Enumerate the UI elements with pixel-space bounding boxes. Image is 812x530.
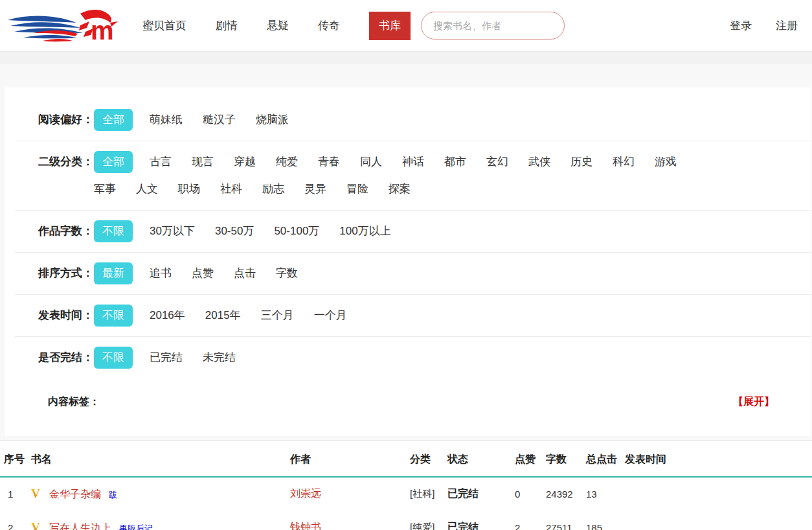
filter-option[interactable]: 30万以下 [150,220,195,242]
col-header-likes: 点赞 [515,443,546,477]
filter-option[interactable]: 古言 [150,151,172,173]
filter-option[interactable]: 2015年 [205,305,241,327]
book-title-link[interactable]: 写在人生边上 [49,522,111,530]
filter-options: 不限 2016年 2015年 三个月 一个月 [94,305,802,327]
book-title-cell: V 金华子杂编 跋 [31,477,290,511]
filter-option[interactable]: 冒险 [346,178,368,200]
filter-row-sort: 排序方式： 最新 追书 点赞 点击 字数 [15,253,811,295]
filter-option[interactable]: 三个月 [261,305,294,327]
book-status: 已完结 [447,511,515,530]
search-input[interactable] [421,12,565,40]
filter-option[interactable]: 同人 [360,151,382,173]
nav-home[interactable]: 蜜贝首页 [142,12,186,40]
filter-option[interactable]: 字数 [276,262,298,284]
book-subtitle-link[interactable]: 跋 [109,490,117,500]
book-title-link[interactable]: 金华子杂编 [49,489,101,500]
filter-option[interactable]: 已完结 [150,347,183,369]
filter-label: 二级分类： [38,151,94,173]
filter-option[interactable]: 玄幻 [486,151,508,173]
filter-option-active[interactable]: 全部 [94,151,133,173]
filter-option[interactable]: 科幻 [613,151,635,173]
filter-option[interactable]: 穿越 [234,151,256,173]
header-divider-band [0,52,812,64]
filter-option-active[interactable]: 不限 [94,305,133,327]
logo-bird-icon: m [4,6,126,46]
filter-options: 全部 萌妹纸 糙汉子 烧脑派 [94,109,802,131]
col-header-category: 分类 [410,443,447,477]
nav-xuanyi[interactable]: 悬疑 [267,12,289,40]
nav-chuanqi[interactable]: 传奇 [318,12,340,40]
col-header-index: 序号 [0,443,31,477]
expand-button[interactable]: 【展开】 [733,395,774,409]
filter-row-publish-time: 发表时间： 不限 2016年 2015年 三个月 一个月 [15,295,811,337]
filter-option[interactable]: 50-100万 [274,220,319,242]
filter-option[interactable]: 一个月 [314,305,347,327]
filter-option[interactable]: 萌妹纸 [150,109,183,131]
top-header: m 蜜贝首页 剧情 悬疑 传奇 书库 登录 注册 [0,0,812,52]
auth-links: 登录 注册 [730,18,798,33]
book-date [625,477,812,511]
filter-row-category: 二级分类： 全部 古言 现言 穿越 纯爱 青春 同人 神话 都市 玄幻 武侠 历… [15,141,811,211]
filter-option[interactable]: 青春 [318,151,340,173]
filter-option[interactable]: 点赞 [192,262,214,284]
content-tags-label: 内容标签： [48,395,100,409]
book-author-link[interactable]: 钱钟书 [290,522,321,530]
filter-label: 是否完结： [38,347,94,369]
filter-label: 阅读偏好： [38,109,94,131]
filter-option[interactable]: 社科 [220,178,242,200]
vip-icon: V [31,520,40,530]
filter-option[interactable]: 追书 [150,262,172,284]
col-header-words: 字数 [546,443,586,477]
filter-option[interactable]: 人文 [136,178,158,200]
filter-option-active[interactable]: 不限 [94,220,133,242]
book-index: 2 [0,511,31,530]
book-words: 27511 [546,511,586,530]
filter-option[interactable]: 武侠 [528,151,550,173]
filter-option-active[interactable]: 不限 [94,347,133,369]
filter-option[interactable]: 糙汉子 [203,109,236,131]
table-header-row: 序号 书名 作者 分类 状态 点赞 字数 总点击 发表时间 [0,443,812,477]
filter-option[interactable]: 2016年 [150,305,185,327]
book-subtitle-link[interactable]: 再版后记 [119,524,153,530]
filter-zone: 阅读偏好： 全部 萌妹纸 糙汉子 烧脑派 二级分类： 全部 古言 现言 穿越 纯… [0,64,812,440]
filter-option[interactable]: 都市 [444,151,466,173]
filter-option-active[interactable]: 最新 [94,262,133,284]
filter-option[interactable]: 探案 [389,178,411,200]
col-header-date: 发表时间 [625,443,812,477]
filter-option-active[interactable]: 全部 [94,109,133,131]
table-row: 2 V 写在人生边上 再版后记 钱钟书 [纯爱] 已完结 2 27511 185 [0,511,812,530]
filter-row-reading-pref: 阅读偏好： 全部 萌妹纸 糙汉子 烧脑派 [15,99,811,141]
main-nav: 蜜贝首页 剧情 悬疑 传奇 书库 [142,12,421,40]
site-logo[interactable]: m [4,6,126,46]
book-category: [社科] [410,477,447,511]
filter-option[interactable]: 励志 [262,178,284,200]
filter-option[interactable]: 现言 [192,151,214,173]
filter-option[interactable]: 军事 [94,178,116,200]
filter-option[interactable]: 职场 [178,178,200,200]
filter-option[interactable]: 历史 [570,151,592,173]
login-link[interactable]: 登录 [730,18,752,33]
book-words: 24392 [546,477,586,511]
filter-option[interactable]: 纯爱 [276,151,298,173]
filter-option[interactable]: 烧脑派 [256,109,289,131]
filter-option[interactable]: 神话 [402,151,424,173]
filter-option[interactable]: 灵异 [304,178,326,200]
book-author-link[interactable]: 刘崇远 [290,488,321,499]
book-clicks: 13 [586,477,625,511]
filter-options: 最新 追书 点赞 点击 字数 [94,262,802,284]
book-table: 序号 书名 作者 分类 状态 点赞 字数 总点击 发表时间 1 V 金华子杂编 … [0,443,812,530]
svg-text:m: m [91,16,114,45]
book-title-cell: V 写在人生边上 再版后记 [31,511,290,530]
register-link[interactable]: 注册 [776,18,798,33]
col-header-clicks: 总点击 [586,443,625,477]
filter-row-completion: 是否完结： 不限 已完结 未完结 [15,337,811,378]
nav-shuku-active[interactable]: 书库 [369,12,411,40]
filter-option[interactable]: 未完结 [203,347,236,369]
filter-option[interactable]: 点击 [234,262,256,284]
filter-option[interactable]: 100万以上 [339,220,390,242]
book-category: [纯爱] [410,511,447,530]
filter-option[interactable]: 30-50万 [215,220,254,242]
filter-option[interactable]: 游戏 [655,151,677,173]
nav-juqing[interactable]: 剧情 [216,12,238,40]
col-header-title: 书名 [31,443,290,477]
